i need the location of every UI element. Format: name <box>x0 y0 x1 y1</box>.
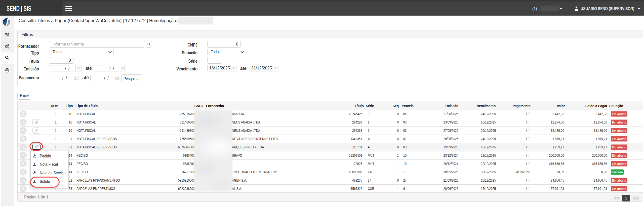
svg-text:7: 7 <box>116 78 117 79</box>
svg-text:7: 7 <box>123 68 124 70</box>
svg-text:7: 7 <box>275 68 276 69</box>
